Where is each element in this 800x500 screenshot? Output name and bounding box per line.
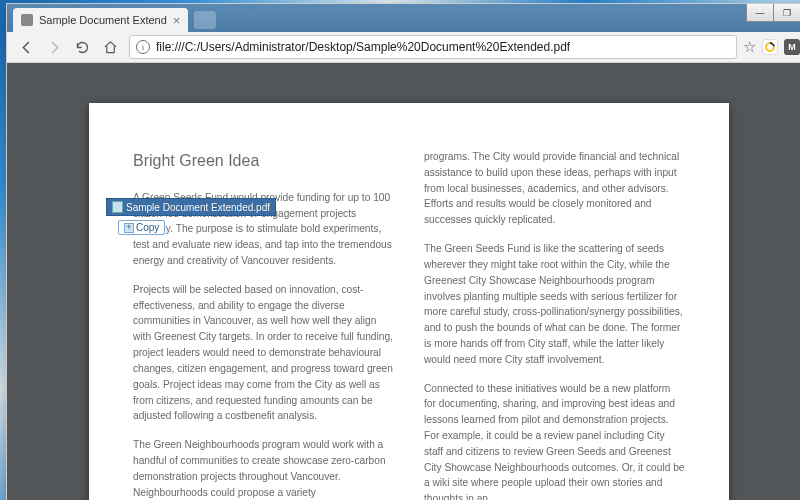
drag-action-label: Copy: [136, 222, 159, 233]
pdf-viewport[interactable]: Bright Green Idea A Green Seeds Fund wou…: [7, 63, 800, 500]
new-tab-button[interactable]: [194, 11, 216, 29]
site-info-icon[interactable]: i: [136, 40, 150, 54]
arrow-left-icon: [19, 40, 34, 55]
home-icon: [103, 40, 118, 55]
arrow-right-icon: [47, 40, 62, 55]
url-text: file:///C:/Users/Administrator/Desktop/S…: [156, 40, 570, 54]
tab-close-icon[interactable]: ×: [173, 14, 181, 27]
tab-favicon: [21, 14, 33, 26]
home-button[interactable]: [97, 34, 123, 60]
pdf-page: Bright Green Idea A Green Seeds Fund wou…: [89, 103, 729, 500]
drag-action-hint: + Copy: [118, 220, 165, 235]
extension-icon-2[interactable]: M: [784, 39, 800, 55]
paragraph: The Green Seeds Fund is like the scatter…: [424, 241, 685, 368]
paragraph: Connected to these initiatives would be …: [424, 381, 685, 500]
toolbar-actions: ☆ M ⋮: [743, 38, 800, 56]
paragraph: Projects will be selected based on innov…: [133, 282, 394, 424]
window-minimize-button[interactable]: —: [746, 4, 774, 22]
extension-icon-1[interactable]: [762, 39, 778, 55]
paragraph: The Green Neighbourhoods program would w…: [133, 437, 394, 500]
window-controls: — ❐ ✕: [747, 4, 800, 22]
browser-tab[interactable]: Sample Document Extend ×: [13, 8, 188, 32]
browser-window: Sample Document Extend × — ❐ ✕: [6, 3, 800, 500]
tab-title: Sample Document Extend: [39, 14, 167, 26]
document-title: Bright Green Idea: [133, 149, 394, 174]
forward-button[interactable]: [41, 34, 67, 60]
reload-button[interactable]: [69, 34, 95, 60]
tab-strip: Sample Document Extend × — ❐ ✕: [7, 4, 800, 32]
paragraph: programs. The City would provide financi…: [424, 149, 685, 228]
drag-file-chip: Sample Document Extended.pdf: [106, 198, 276, 216]
desktop-background: Sample Document Extend × — ❐ ✕: [0, 0, 800, 500]
back-button[interactable]: [13, 34, 39, 60]
window-maximize-button[interactable]: ❐: [773, 4, 800, 22]
plus-icon: +: [124, 223, 134, 233]
bookmark-star-icon[interactable]: ☆: [743, 38, 756, 56]
drag-overlay: Sample Document Extended.pdf + Copy: [106, 198, 276, 235]
address-bar[interactable]: i file:///C:/Users/Administrator/Desktop…: [129, 35, 737, 59]
drag-filename: Sample Document Extended.pdf: [126, 202, 270, 213]
file-icon: [112, 201, 123, 213]
reload-icon: [75, 40, 90, 55]
browser-toolbar: i file:///C:/Users/Administrator/Desktop…: [7, 32, 800, 63]
